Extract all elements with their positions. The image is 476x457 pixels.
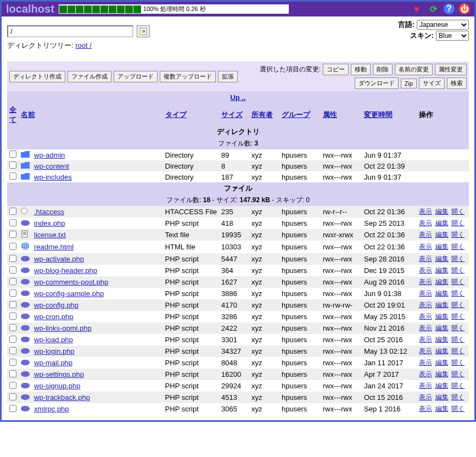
- open-link[interactable]: 開く: [451, 336, 464, 343]
- open-link[interactable]: 開く: [451, 313, 464, 320]
- row-checkbox[interactable]: [9, 289, 16, 297]
- upload-button[interactable]: アップロード: [114, 71, 158, 82]
- view-link[interactable]: 表示: [419, 370, 432, 378]
- row-checkbox[interactable]: [9, 382, 16, 389]
- header-perms[interactable]: 属性: [323, 110, 337, 119]
- help-icon[interactable]: ?: [444, 3, 455, 14]
- open-link[interactable]: 開く: [451, 278, 464, 286]
- row-checkbox[interactable]: [9, 405, 16, 412]
- row-checkbox[interactable]: [9, 266, 16, 274]
- dir-link[interactable]: wp-admin: [34, 151, 65, 159]
- file-link[interactable]: license.txt: [34, 231, 66, 239]
- power-icon[interactable]: ⏻: [459, 3, 470, 14]
- header-owner[interactable]: 所有者: [251, 110, 273, 119]
- view-link[interactable]: 表示: [419, 336, 432, 343]
- file-link[interactable]: xmlrpc.php: [34, 405, 69, 413]
- path-input[interactable]: [7, 25, 133, 37]
- move-button[interactable]: 移動: [351, 64, 371, 75]
- file-link[interactable]: wp-settings.php: [34, 370, 84, 378]
- file-link[interactable]: wp-load.php: [34, 336, 73, 344]
- edit-link[interactable]: 編集: [435, 255, 449, 263]
- copy-button[interactable]: コピー: [323, 64, 349, 75]
- edit-link[interactable]: 編集: [435, 405, 449, 413]
- open-link[interactable]: 開く: [451, 219, 464, 227]
- open-link[interactable]: 開く: [451, 289, 464, 297]
- file-link[interactable]: wp-signup.php: [34, 382, 81, 390]
- header-name[interactable]: 名前: [21, 110, 35, 119]
- file-link[interactable]: .htaccess: [34, 208, 64, 216]
- size-button[interactable]: サイズ: [419, 77, 445, 89]
- file-link[interactable]: wp-trackback.php: [34, 393, 90, 402]
- open-link[interactable]: 開く: [451, 382, 464, 389]
- open-link[interactable]: 開く: [451, 359, 464, 366]
- edit-link[interactable]: 編集: [435, 382, 449, 389]
- header-type[interactable]: タイプ: [165, 110, 187, 119]
- view-link[interactable]: 表示: [419, 405, 432, 413]
- open-link[interactable]: 開く: [451, 255, 464, 263]
- view-link[interactable]: 表示: [419, 243, 432, 250]
- lang-select[interactable]: Japanese: [417, 20, 469, 30]
- view-link[interactable]: 表示: [419, 347, 432, 355]
- zip-button[interactable]: Zip: [401, 79, 417, 88]
- row-checkbox[interactable]: [9, 172, 16, 180]
- edit-link[interactable]: 編集: [435, 324, 449, 332]
- row-checkbox[interactable]: [9, 370, 16, 377]
- open-link[interactable]: 開く: [451, 231, 464, 238]
- up-link[interactable]: Up ..: [230, 93, 245, 102]
- edit-link[interactable]: 編集: [435, 278, 449, 286]
- open-link[interactable]: 開く: [451, 370, 464, 378]
- row-checkbox[interactable]: [9, 347, 16, 354]
- view-link[interactable]: 表示: [419, 324, 432, 332]
- open-link[interactable]: 開く: [451, 347, 464, 355]
- view-link[interactable]: 表示: [419, 266, 432, 274]
- row-checkbox[interactable]: [9, 393, 16, 400]
- view-link[interactable]: 表示: [419, 255, 432, 263]
- open-link[interactable]: 開く: [451, 266, 464, 274]
- edit-link[interactable]: 編集: [435, 231, 449, 238]
- edit-link[interactable]: 編集: [435, 336, 449, 343]
- edit-link[interactable]: 編集: [435, 301, 449, 309]
- rename-button[interactable]: 名前の変更: [395, 64, 433, 75]
- go-button[interactable]: [137, 25, 150, 37]
- tree-root-link[interactable]: root /: [75, 41, 92, 49]
- header-all[interactable]: 全て: [9, 105, 16, 124]
- file-link[interactable]: wp-login.php: [34, 347, 75, 355]
- edit-link[interactable]: 編集: [435, 208, 449, 215]
- file-link[interactable]: wp-config-sample.php: [34, 289, 104, 298]
- view-link[interactable]: 表示: [419, 289, 432, 297]
- open-link[interactable]: 開く: [451, 324, 464, 332]
- row-checkbox[interactable]: [9, 231, 16, 238]
- row-checkbox[interactable]: [9, 208, 16, 215]
- edit-link[interactable]: 編集: [435, 219, 449, 227]
- row-checkbox[interactable]: [9, 278, 16, 285]
- skin-select[interactable]: Blue: [436, 31, 469, 41]
- open-link[interactable]: 開く: [451, 243, 464, 250]
- edit-link[interactable]: 編集: [435, 393, 449, 401]
- edit-link[interactable]: 編集: [435, 266, 449, 274]
- row-checkbox[interactable]: [9, 151, 16, 158]
- delete-button[interactable]: 削除: [373, 64, 393, 75]
- open-link[interactable]: 開く: [451, 393, 464, 401]
- download-button[interactable]: ダウンロード: [355, 77, 399, 89]
- file-link[interactable]: wp-config.php: [34, 301, 79, 309]
- mkdir-button[interactable]: ディレクトリ作成: [9, 71, 65, 82]
- view-link[interactable]: 表示: [419, 313, 432, 320]
- edit-link[interactable]: 編集: [435, 370, 449, 378]
- header-size[interactable]: サイズ: [221, 110, 243, 119]
- multi-upload-button[interactable]: 複数アップロード: [160, 71, 216, 82]
- edit-link[interactable]: 編集: [435, 289, 449, 297]
- file-link[interactable]: index.php: [34, 219, 65, 227]
- mkfile-button[interactable]: ファイル作成: [68, 71, 111, 82]
- view-link[interactable]: 表示: [419, 231, 432, 238]
- refresh-icon[interactable]: ⟳: [427, 3, 439, 15]
- dir-link[interactable]: wp-includes: [34, 173, 72, 181]
- dir-link[interactable]: wp-content: [34, 162, 69, 170]
- view-link[interactable]: 表示: [419, 359, 432, 366]
- row-checkbox[interactable]: [9, 255, 16, 262]
- row-checkbox[interactable]: [9, 219, 16, 226]
- view-link[interactable]: 表示: [419, 301, 432, 309]
- edit-link[interactable]: 編集: [435, 347, 449, 355]
- view-link[interactable]: 表示: [419, 219, 432, 227]
- edit-link[interactable]: 編集: [435, 243, 449, 250]
- open-link[interactable]: 開く: [451, 208, 464, 215]
